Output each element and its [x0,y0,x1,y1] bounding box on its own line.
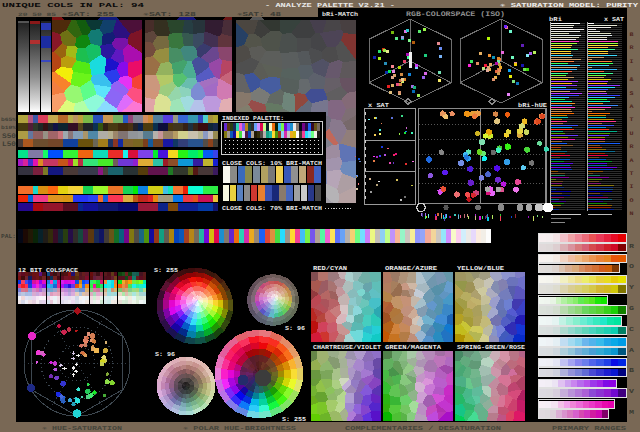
svg-text:I: I [630,183,634,190]
svg-text:PRIMARY RANGES: PRIMARY RANGES [552,425,627,432]
svg-text:b65%: b65% [1,117,16,123]
svg-text:PAL:: PAL: [1,233,16,240]
svg-text:✳ POLAR HUE-BRIGHTNESS: ✳ POLAR HUE-BRIGHTNESS [183,425,297,432]
svg-text:S: 255: S: 255 [282,416,306,423]
svg-text:✳ SATURATION MODEL: PURITY: ✳ SATURATION MODEL: PURITY [500,2,639,9]
svg-text:S50: S50 [2,133,16,141]
svg-text:O: O [629,263,635,270]
svg-text:GREEN/MAGENTA: GREEN/MAGENTA [385,344,441,351]
svg-text:✳ HUE-SATURATION: ✳ HUE-SATURATION [42,425,123,432]
svg-text:bRi-hUE: bRi-hUE [518,102,547,109]
svg-text:- ANALYZE PALETTE V2.21 -: - ANALYZE PALETTE V2.21 - [265,2,395,9]
svg-text:x SAT: x SAT [368,102,389,109]
svg-text:COMPLEMENTARIES / DESATURATION: COMPLEMENTARIES / DESATURATION [345,425,502,432]
svg-text:bRi-MATCh: bRi-MATCh [322,11,358,18]
svg-text:YELLOW/BLUE: YELLOW/BLUE [457,265,504,272]
svg-text:bRi: bRi [549,16,562,23]
svg-text:b10%: b10% [1,125,16,131]
svg-text:Y: Y [629,284,635,291]
svg-text:I: I [630,58,634,65]
svg-text:✳SAT: 48: ✳SAT: 48 [237,11,282,18]
svg-text:V: V [629,388,635,395]
svg-text:S: 96: S: 96 [285,325,305,332]
svg-text:RGB-COLORSPACE (ISO): RGB-COLORSPACE (ISO) [406,10,505,19]
svg-text:N: N [630,210,634,217]
svg-text:A: A [629,347,635,354]
svg-text:R: R [629,243,635,250]
svg-text:20 50 85: 20 50 85 [18,12,56,18]
svg-text:S: 255: S: 255 [154,267,178,274]
svg-text:ORANGE/AZURE: ORANGE/AZURE [385,265,437,272]
svg-text:CLOSE COLS: 10% BRI-MATCH: CLOSE COLS: 10% BRI-MATCH [222,160,322,167]
svg-text:C: C [629,326,635,333]
svg-text:M: M [629,409,635,416]
svg-text:RED/CYAN: RED/CYAN [313,265,347,272]
svg-text:CLOSE COLS: 70% BRI-MATCH: CLOSE COLS: 70% BRI-MATCH [222,205,322,212]
svg-text:✳SAT: 128: ✳SAT: 128 [143,11,197,18]
svg-text:S: 96: S: 96 [155,351,175,358]
svg-text:CHARTREUSE/VIOLET: CHARTREUSE/VIOLET [313,344,381,351]
svg-text:✳SAT: 255: ✳SAT: 255 [62,11,115,18]
svg-text:U: U [630,130,634,137]
svg-text:x SAT: x SAT [604,16,624,23]
svg-text:B: B [629,367,635,374]
svg-text:SPRING-GREEN/ROSE: SPRING-GREEN/ROSE [457,344,525,351]
svg-text:L50: L50 [2,141,16,149]
svg-text:G: G [629,305,635,312]
svg-text:INDEXED PALETTE:: INDEXED PALETTE: [222,115,284,122]
svg-text:UNIQUE COLS IN PAL: 94: UNIQUE COLS IN PAL: 94 [2,2,145,9]
